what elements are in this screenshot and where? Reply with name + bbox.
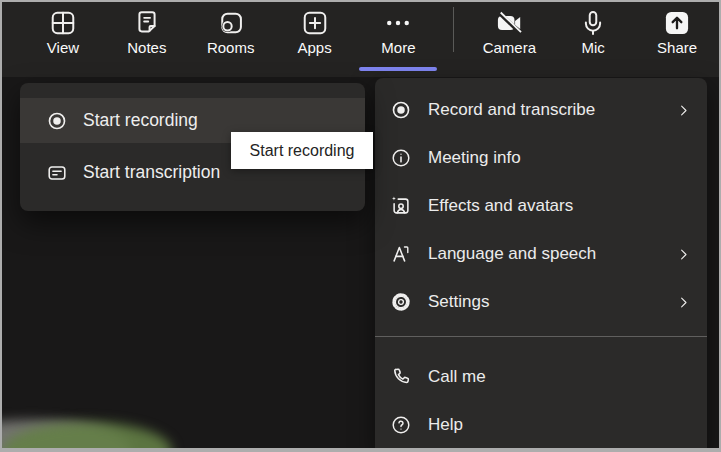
menu-item-help[interactable]: Help (375, 401, 707, 449)
toolbar-label-share: Share (657, 39, 697, 57)
menu-item-label: Effects and avatars (428, 196, 691, 216)
menu-item-label: Meeting info (428, 148, 691, 168)
submenu-item-label: Start transcription (83, 162, 220, 183)
toolbar-button-view[interactable]: View (21, 2, 105, 77)
language-icon (390, 243, 412, 265)
blurred-video-background (2, 420, 132, 448)
apps-plus-icon (301, 9, 329, 37)
teams-meeting-window: View Notes Rooms Apps (0, 0, 721, 452)
menu-item-record-and-transcribe[interactable]: Record and transcribe (375, 86, 707, 134)
menu-item-meeting-info[interactable]: Meeting info (375, 134, 707, 182)
menu-item-call-me[interactable]: Call me (375, 353, 707, 401)
info-icon (390, 147, 412, 169)
chevron-right-icon (676, 247, 691, 262)
help-icon (390, 414, 412, 436)
transcript-icon (46, 162, 68, 184)
more-active-underline (359, 67, 437, 71)
toolbar-button-apps[interactable]: Apps (273, 2, 357, 77)
toolbar-button-camera[interactable]: Camera (467, 2, 551, 77)
chevron-right-icon (676, 295, 691, 310)
grid-view-icon (49, 9, 77, 37)
menu-section-secondary: Call me Help (375, 337, 707, 449)
more-ellipsis-icon (384, 9, 412, 37)
microphone-icon (579, 9, 607, 37)
toolbar-button-share[interactable]: Share (635, 2, 719, 77)
camera-off-icon (495, 9, 523, 37)
toolbar-label-more: More (381, 39, 415, 57)
record-icon (46, 110, 68, 132)
menu-item-effects-and-avatars[interactable]: Effects and avatars (375, 182, 707, 230)
start-recording-tooltip: Start recording (231, 132, 373, 169)
toolbar-button-more[interactable]: More (357, 2, 441, 77)
menu-item-label: Call me (428, 367, 691, 387)
toolbar-button-rooms[interactable]: Rooms (189, 2, 273, 77)
blurred-video-background-green (2, 422, 172, 448)
submenu-item-label: Start recording (83, 110, 198, 131)
toolbar-label-camera: Camera (483, 39, 536, 57)
settings-gear-icon (390, 291, 412, 313)
notes-icon (133, 9, 161, 37)
menu-item-language-and-speech[interactable]: Language and speech (375, 230, 707, 278)
record-icon (390, 99, 412, 121)
meeting-toolbar: View Notes Rooms Apps (2, 2, 719, 77)
menu-item-label: Record and transcribe (428, 100, 660, 120)
call-phone-icon (390, 366, 412, 388)
toolbar-label-notes: Notes (127, 39, 166, 57)
toolbar-label-rooms: Rooms (207, 39, 255, 57)
tooltip-text: Start recording (250, 142, 355, 160)
more-menu: Record and transcribe Meeting info Effec… (375, 78, 707, 448)
toolbar-divider (453, 7, 454, 52)
toolbar-button-mic[interactable]: Mic (551, 2, 635, 77)
toolbar-label-view: View (47, 39, 79, 57)
effects-avatars-icon (390, 195, 412, 217)
toolbar-label-apps: Apps (297, 39, 331, 57)
chevron-right-icon (676, 103, 691, 118)
menu-item-settings[interactable]: Settings (375, 278, 707, 326)
menu-item-label: Settings (428, 292, 660, 312)
menu-item-label: Help (428, 415, 691, 435)
toolbar-label-mic: Mic (582, 39, 605, 57)
share-arrow-icon (663, 9, 691, 37)
menu-item-label: Language and speech (428, 244, 660, 264)
rooms-icon (217, 9, 245, 37)
toolbar-button-notes[interactable]: Notes (105, 2, 189, 77)
